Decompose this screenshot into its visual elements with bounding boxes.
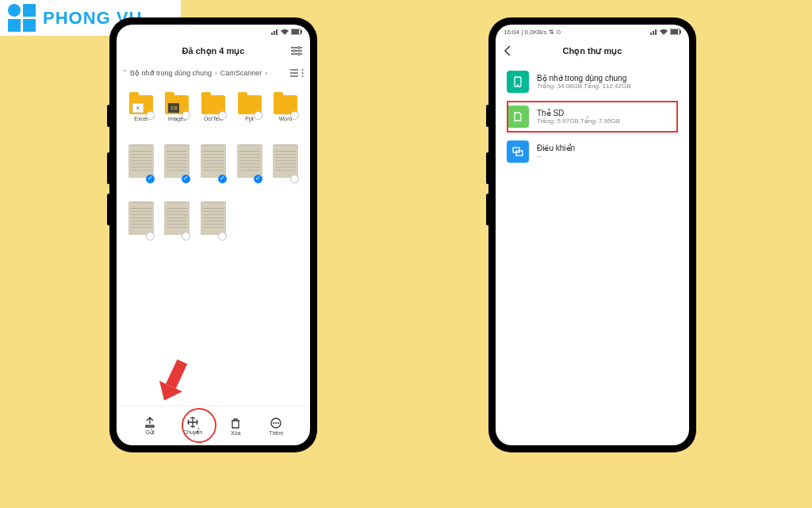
document-thumb bbox=[201, 144, 226, 178]
content-spacer bbox=[117, 247, 310, 406]
document-thumb bbox=[128, 202, 154, 235]
signal-icon bbox=[650, 29, 657, 35]
delete-icon bbox=[229, 417, 242, 429]
select-check[interactable] bbox=[290, 175, 299, 183]
storage-sub: Trống: 5.97GB Tổng: 7.95GB bbox=[537, 117, 620, 125]
wifi-icon bbox=[281, 29, 289, 35]
select-check[interactable] bbox=[254, 175, 262, 183]
storage-text: Bộ nhớ trong dùng chung Trống: 34.06GB T… bbox=[537, 74, 631, 90]
folder-item[interactable]: Ppt bbox=[232, 85, 268, 131]
list-view-icon[interactable] bbox=[290, 69, 298, 77]
select-check[interactable] bbox=[182, 111, 190, 120]
select-check[interactable] bbox=[218, 175, 227, 183]
move-button[interactable]: Chuyển bbox=[183, 416, 202, 436]
svg-point-12 bbox=[278, 422, 279, 424]
logo-mark bbox=[8, 3, 38, 33]
signal-icon bbox=[271, 29, 278, 35]
folder-item[interactable]: Word bbox=[267, 85, 304, 131]
button-label: Gửi bbox=[145, 429, 154, 436]
breadcrumb-folder: CamScanner bbox=[220, 69, 262, 77]
doc-grid-1 bbox=[117, 133, 310, 190]
power-button[interactable] bbox=[486, 194, 488, 225]
breadcrumb[interactable]: ˅ Bộ nhớ trong dùng chung › CamScanner › bbox=[117, 63, 310, 83]
document-item[interactable] bbox=[195, 191, 232, 245]
folder-item[interactable]: OcrText bbox=[195, 85, 232, 131]
send-button[interactable]: Gửi bbox=[144, 416, 156, 436]
document-thumb bbox=[164, 144, 190, 178]
document-item[interactable] bbox=[267, 134, 304, 188]
breadcrumb-root: Bộ nhớ trong dùng chung bbox=[130, 69, 212, 77]
document-item[interactable] bbox=[195, 134, 232, 188]
power-button[interactable] bbox=[107, 194, 109, 225]
storage-list: Bộ nhớ trong dùng chung Trống: 34.06GB T… bbox=[496, 63, 689, 171]
storage-option[interactable]: Điều khiển -- bbox=[504, 134, 681, 169]
storage-icon bbox=[507, 140, 529, 163]
svg-rect-2 bbox=[301, 30, 302, 33]
storage-icon bbox=[507, 71, 529, 93]
button-label: Thêm bbox=[269, 430, 283, 436]
bottom-action-bar: Gửi Chuyển Xóa Thêm bbox=[117, 406, 310, 445]
document-thumb bbox=[164, 202, 190, 235]
select-check[interactable] bbox=[218, 111, 227, 120]
status-bar: 16:04 | 0,0KB/s ⇅ ⊙ bbox=[496, 25, 689, 39]
select-check[interactable] bbox=[146, 232, 155, 241]
volume-up-button[interactable] bbox=[107, 105, 109, 127]
storage-option[interactable]: Bộ nhớ trong dùng chung Trống: 34.06GB T… bbox=[504, 64, 681, 99]
phone-2-screen: 16:04 | 0,0KB/s ⇅ ⊙ Chọn thư mục Bộ nhớ … bbox=[496, 25, 689, 445]
storage-text: Thẻ SD Trống: 5.97GB Tổng: 7.95GB bbox=[537, 109, 620, 125]
volume-up-button[interactable] bbox=[486, 105, 488, 127]
document-thumb bbox=[237, 144, 262, 178]
page-title: Chọn thư mục bbox=[563, 46, 622, 56]
phone-1-frame: Đã chọn 4 mục ˅ Bộ nhớ trong dùng chung … bbox=[109, 17, 317, 452]
chevron-right-icon: › bbox=[265, 70, 267, 77]
storage-icon bbox=[507, 106, 529, 128]
settings-toggle-icon[interactable] bbox=[291, 46, 302, 56]
title-bar: Đã chọn 4 mục bbox=[117, 39, 310, 63]
svg-point-7 bbox=[302, 72, 304, 74]
document-item[interactable] bbox=[159, 134, 196, 188]
svg-point-17 bbox=[517, 84, 519, 86]
storage-sub: -- bbox=[537, 152, 575, 160]
select-check[interactable] bbox=[218, 232, 227, 241]
document-item[interactable] bbox=[123, 191, 159, 245]
select-check[interactable] bbox=[146, 175, 155, 183]
title-bar: Chọn thư mục bbox=[496, 39, 689, 63]
document-item[interactable] bbox=[232, 134, 268, 188]
document-item[interactable] bbox=[159, 191, 196, 245]
more-icon bbox=[270, 417, 282, 429]
select-check[interactable] bbox=[254, 111, 262, 120]
select-check[interactable] bbox=[182, 175, 190, 183]
more-icon[interactable] bbox=[301, 68, 304, 78]
svg-point-8 bbox=[302, 75, 304, 77]
page-title: Đã chọn 4 mục bbox=[182, 46, 245, 56]
storage-name: Điều khiển bbox=[537, 144, 575, 152]
svg-point-11 bbox=[275, 422, 277, 424]
storage-sub: Trống: 34.06GB Tổng: 112.42GB bbox=[537, 83, 631, 90]
storage-text: Điều khiển -- bbox=[537, 144, 575, 160]
battery-icon bbox=[291, 29, 302, 35]
delete-button[interactable]: Xóa bbox=[229, 417, 242, 436]
folder-label: Ppt bbox=[245, 116, 254, 121]
select-check[interactable] bbox=[182, 232, 190, 241]
more-button[interactable]: Thêm bbox=[269, 417, 283, 436]
status-icons bbox=[271, 29, 302, 35]
document-item[interactable] bbox=[123, 134, 159, 188]
select-check[interactable] bbox=[146, 111, 155, 120]
volume-down-button[interactable] bbox=[486, 152, 488, 184]
storage-name: Thẻ SD bbox=[537, 109, 620, 117]
document-thumb bbox=[273, 144, 298, 178]
storage-option[interactable]: Thẻ SD Trống: 5.97GB Tổng: 7.95GB bbox=[504, 99, 681, 134]
folder-item[interactable]: X Excel bbox=[123, 85, 159, 131]
back-icon[interactable] bbox=[504, 46, 511, 56]
folder-grid: X Excel CS images OcrText Ppt Word bbox=[117, 83, 310, 133]
move-icon bbox=[186, 416, 199, 429]
doc-grid-2 bbox=[117, 190, 310, 247]
document-thumb bbox=[201, 202, 226, 235]
folder-item[interactable]: CS images bbox=[159, 85, 196, 131]
phone-1-screen: Đã chọn 4 mục ˅ Bộ nhớ trong dùng chung … bbox=[117, 25, 310, 445]
select-check[interactable] bbox=[290, 111, 299, 120]
status-left: 16:04 | 0,0KB/s ⇅ ⊙ bbox=[504, 29, 561, 36]
volume-down-button[interactable] bbox=[107, 152, 109, 184]
svg-rect-15 bbox=[680, 30, 681, 33]
battery-icon bbox=[670, 29, 681, 35]
